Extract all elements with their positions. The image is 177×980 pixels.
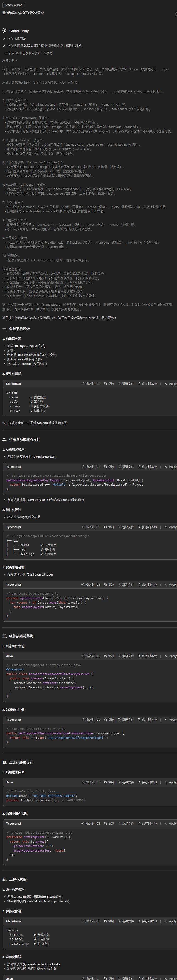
code-block-header: Typescript插入到 IDE复制新建文件保存到本地|Apply [3,820,177,828]
save-to-local-button[interactable]: 保存到本地 [137,465,157,469]
new-file-icon [118,718,121,721]
copy-button[interactable]: 复制 [104,525,114,530]
copy-button[interactable]: 复制 [104,654,114,658]
thinking-paragraph: 从提供的代码片段中，我们可以观察到以下几个关键点： [2,80,174,85]
insert-to-ide-button[interactable]: 插入到 IDE [81,780,100,784]
bullet-list: 仪表盘状态机 (DashboardState) [2,572,174,577]
insert-icon [81,920,85,923]
copy-message-icon[interactable] [175,12,177,16]
save-to-local-button[interactable]: 保存到本地 [137,582,157,587]
copy-button[interactable]: 复制 [104,582,114,587]
insert-to-ide-button[interactable]: 插入到 IDE [81,977,100,980]
toolbar-button-label: 保存到本地 [142,780,157,784]
insert-to-ide-button[interactable]: 插入到 IDE [81,582,100,587]
copy-button[interactable]: 复制 [104,977,114,980]
copy-button[interactable]: 复制 [104,919,114,924]
insert-to-ide-button[interactable]: 插入到 IDE [81,382,100,386]
new-file-button[interactable]: 新建文件 [118,718,134,722]
code-block-body: // QrCodeSettingsEntity.java@Column(name… [3,786,177,806]
toolbar-separator: | [160,382,161,386]
sparkle-icon [164,920,168,923]
toolbar-button-label: 新建文件 [122,382,134,386]
code-line: } [6,858,174,862]
toolbar-button-label: Apply [169,780,177,784]
apply-button[interactable]: Apply [164,919,177,924]
insert-to-ide-button[interactable]: 插入到 IDE [81,821,100,826]
insert-to-ide-button[interactable]: 插入到 IDE [81,465,100,469]
thinking-paragraph: 5. **组件描述符（Component Descriptor）**: - 后端… [2,160,174,178]
new-file-button[interactable]: 新建文件 [118,780,134,784]
code-line: getDashboardLayoutConfig(layout: Dashboa… [6,478,174,483]
references-toggle[interactable]: 引用 32 项当前项目资料作为参考 [5,51,174,56]
code-line: // AnnotationComponentDiscoveryService.j… [6,663,174,668]
new-file-button[interactable]: 新建文件 [118,919,134,924]
save-to-local-button[interactable]: 保存到本地 [137,718,157,722]
new-file-button[interactable]: 新建文件 [118,977,134,980]
copy-button[interactable]: 复制 [104,465,114,469]
code-line: │ ├── rpc # RPC组件 [6,547,174,552]
new-file-button[interactable]: 新建文件 [118,582,134,587]
code-block-header: Java插入到 IDE复制新建文件保存到本地|Apply [3,652,177,660]
inline-code: msa/black-box-tests [27,963,60,966]
insert-to-ide-button[interactable]: 插入到 IDE [81,919,100,924]
save-to-local-button[interactable]: 保存到本地 [137,821,157,826]
save-to-local-button[interactable]: 保存到本地 [137,977,157,980]
toolbar-button-label: 保存到本地 [142,919,157,924]
new-file-button[interactable]: 新建文件 [118,382,134,386]
new-file-button[interactable]: 新建文件 [118,654,134,658]
save-to-local-button[interactable]: 保存到本地 [137,919,157,924]
answer-content: 基于提供的代码库结构和相关代码片段，该工程的设计思想可归纳为以下核心要点：一、分… [2,316,174,980]
chat-page: OOP编程专家 请继续详细解读工程设计思想 CodeBuddy 正在优化问题 正… [0,0,177,980]
insert-to-ide-button[interactable]: 插入到 IDE [81,718,100,722]
inline-code: build.sh [28,899,42,903]
insert-to-ide-button[interactable]: 插入到 IDE [81,654,100,658]
copy-icon [104,465,107,468]
toolbar-button-label: 新建文件 [122,977,134,980]
save-to-local-button[interactable]: 保存到本地 [137,654,157,658]
save-to-local-button[interactable]: 保存到本地 [137,780,157,784]
apply-button[interactable]: Apply [164,465,177,469]
code-block-body: // component-descriptor.service.tspublic… [3,724,177,748]
apply-button[interactable]: Apply [164,582,177,587]
code-line: } [6,487,174,492]
code-block-body: // AnnotationComponentDiscoveryService.j… [3,660,177,702]
apply-button[interactable]: Apply [164,821,177,826]
subsection-heading: 2. 容器化部署 [2,909,174,913]
code-line: // ui-ngx/src/app/modules/home/component… [6,534,174,538]
answer-paragraph: 每个模块职责单一，通过pom.xml管理依赖关系 [2,421,174,425]
save-icon [137,382,141,385]
apply-button[interactable]: Apply [164,780,177,784]
code-line: private JsonNode qrCodeConfig; // 存储JSON… [6,798,174,802]
insert-to-ide-button[interactable]: 插入到 IDE [81,525,100,530]
apply-button[interactable]: Apply [164,718,177,722]
code-language-label: Java [6,780,13,784]
apply-button[interactable]: Apply [164,382,177,386]
apply-button[interactable]: Apply [164,977,177,980]
copy-icon [104,977,107,980]
thinking-paragraph: 1. **前后端分离**：项目采用前后端分离架构，前端使用Angular（ui-… [2,89,174,94]
toolbar-button-label: 新建文件 [122,654,134,658]
insert-icon [81,465,85,468]
assistant-header: CodeBuddy [2,28,174,34]
new-file-button[interactable]: 新建文件 [118,821,134,826]
agent-badge: OOP编程专家 [2,3,24,8]
thinking-toggle[interactable]: 思考过程 [2,59,174,63]
toolbar-button-label: Apply [169,919,177,924]
code-block-header: Java插入到 IDE复制新建文件保存到本地|Apply [3,778,177,786]
code-toolbar: 插入到 IDE复制新建文件保存到本地|Apply [81,718,177,722]
copy-button[interactable]: 复制 [104,718,114,722]
apply-button[interactable]: Apply [164,525,177,530]
code-line: qrCodeTextPattern: [''], [6,844,174,848]
save-to-local-button[interactable]: 保存到本地 [137,382,157,386]
insert-icon [81,525,85,529]
copy-button[interactable]: 复制 [104,821,114,826]
new-file-button[interactable]: 新建文件 [118,465,134,469]
insert-icon [81,654,85,658]
copy-button[interactable]: 复制 [104,382,114,386]
copy-button[interactable]: 复制 [104,780,114,784]
toolbar-button-label: 新建文件 [122,821,134,826]
new-file-button[interactable]: 新建文件 [118,525,134,530]
sparkle-icon [164,583,168,586]
apply-button[interactable]: Apply [164,654,177,658]
save-to-local-button[interactable]: 保存到本地 [137,525,157,530]
